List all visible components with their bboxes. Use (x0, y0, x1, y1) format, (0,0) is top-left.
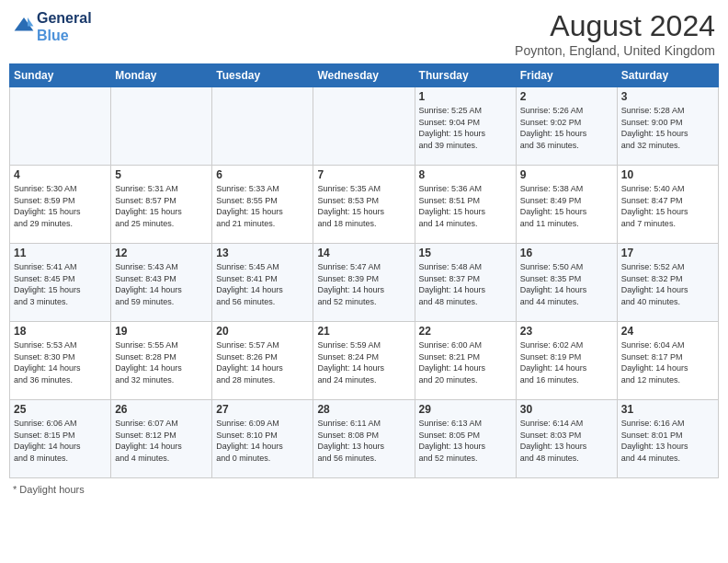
calendar-week-row: 4Sunrise: 5:30 AM Sunset: 8:59 PM Daylig… (10, 166, 719, 244)
calendar-cell: 28Sunrise: 6:11 AM Sunset: 8:08 PM Dayli… (313, 400, 415, 478)
day-number: 14 (317, 247, 410, 259)
calendar-cell: 15Sunrise: 5:48 AM Sunset: 8:37 PM Dayli… (415, 244, 516, 322)
day-info: Sunrise: 5:52 AM Sunset: 8:32 PM Dayligh… (621, 261, 714, 307)
calendar-cell (313, 87, 415, 166)
day-of-week-header: Wednesday (313, 64, 415, 87)
calendar-cell: 24Sunrise: 6:04 AM Sunset: 8:17 PM Dayli… (617, 322, 718, 400)
calendar-cell: 10Sunrise: 5:40 AM Sunset: 8:47 PM Dayli… (617, 166, 718, 244)
days-of-week-row: SundayMondayTuesdayWednesdayThursdayFrid… (10, 64, 719, 87)
day-number: 4 (14, 168, 107, 181)
day-info: Sunrise: 6:14 AM Sunset: 8:03 PM Dayligh… (520, 418, 613, 464)
calendar-cell: 6Sunrise: 5:33 AM Sunset: 8:55 PM Daylig… (212, 166, 313, 244)
calendar-cell: 7Sunrise: 5:35 AM Sunset: 8:53 PM Daylig… (313, 166, 415, 244)
day-number: 22 (419, 325, 512, 338)
day-info: Sunrise: 6:13 AM Sunset: 8:05 PM Dayligh… (419, 418, 512, 464)
day-info: Sunrise: 5:28 AM Sunset: 9:00 PM Dayligh… (621, 105, 714, 151)
day-info: Sunrise: 6:09 AM Sunset: 8:10 PM Dayligh… (216, 418, 309, 464)
calendar-week-row: 25Sunrise: 6:06 AM Sunset: 8:15 PM Dayli… (10, 400, 719, 478)
month-year: August 2024 (515, 9, 715, 43)
day-number: 20 (216, 325, 309, 338)
calendar-cell: 3Sunrise: 5:28 AM Sunset: 9:00 PM Daylig… (617, 87, 718, 166)
day-of-week-header: Sunday (10, 64, 111, 87)
day-info: Sunrise: 5:59 AM Sunset: 8:24 PM Dayligh… (317, 339, 410, 385)
day-info: Sunrise: 5:40 AM Sunset: 8:47 PM Dayligh… (621, 183, 714, 229)
day-info: Sunrise: 5:31 AM Sunset: 8:57 PM Dayligh… (115, 183, 208, 229)
day-number: 28 (317, 403, 410, 416)
logo: GeneralBlue (13, 9, 92, 44)
day-info: Sunrise: 5:55 AM Sunset: 8:28 PM Dayligh… (115, 339, 208, 385)
day-info: Sunrise: 5:38 AM Sunset: 8:49 PM Dayligh… (520, 183, 613, 229)
day-info: Sunrise: 6:06 AM Sunset: 8:15 PM Dayligh… (14, 418, 107, 464)
day-number: 8 (419, 168, 512, 181)
footer-text: Daylight hours (19, 484, 84, 495)
calendar-cell: 16Sunrise: 5:50 AM Sunset: 8:35 PM Dayli… (516, 244, 617, 322)
day-info: Sunrise: 5:26 AM Sunset: 9:02 PM Dayligh… (520, 105, 613, 151)
day-info: Sunrise: 5:25 AM Sunset: 9:04 PM Dayligh… (419, 105, 512, 151)
day-info: Sunrise: 5:33 AM Sunset: 8:55 PM Dayligh… (216, 183, 309, 229)
day-number: 17 (621, 247, 714, 259)
day-number: 1 (419, 90, 512, 103)
day-number: 15 (419, 247, 512, 259)
day-info: Sunrise: 5:36 AM Sunset: 8:51 PM Dayligh… (419, 183, 512, 229)
day-info: Sunrise: 6:16 AM Sunset: 8:01 PM Dayligh… (621, 418, 714, 464)
day-number: 23 (520, 325, 613, 338)
day-info: Sunrise: 5:50 AM Sunset: 8:35 PM Dayligh… (520, 261, 613, 307)
day-number: 12 (115, 247, 208, 259)
day-info: Sunrise: 5:48 AM Sunset: 8:37 PM Dayligh… (419, 261, 512, 307)
logo-icon (13, 16, 35, 34)
day-number: 2 (520, 90, 613, 103)
day-number: 24 (621, 325, 714, 338)
calendar-cell: 26Sunrise: 6:07 AM Sunset: 8:12 PM Dayli… (111, 400, 212, 478)
page-header: GeneralBlue August 2024 Poynton, England… (9, 9, 719, 58)
calendar-cell (10, 87, 111, 166)
calendar-cell: 27Sunrise: 6:09 AM Sunset: 8:10 PM Dayli… (212, 400, 313, 478)
day-info: Sunrise: 6:11 AM Sunset: 8:08 PM Dayligh… (317, 418, 410, 464)
day-number: 18 (14, 325, 107, 338)
location: Poynton, England, United Kingdom (515, 43, 715, 58)
day-number: 5 (115, 168, 208, 181)
day-info: Sunrise: 5:45 AM Sunset: 8:41 PM Dayligh… (216, 261, 309, 307)
day-number: 16 (520, 247, 613, 259)
title-block: August 2024 Poynton, England, United Kin… (515, 9, 715, 58)
calendar-cell: 22Sunrise: 6:00 AM Sunset: 8:21 PM Dayli… (415, 322, 516, 400)
calendar-cell: 18Sunrise: 5:53 AM Sunset: 8:30 PM Dayli… (10, 322, 111, 400)
day-number: 26 (115, 403, 208, 416)
day-of-week-header: Friday (516, 64, 617, 87)
logo-text: GeneralBlue (37, 9, 92, 44)
day-number: 31 (621, 403, 714, 416)
day-info: Sunrise: 6:04 AM Sunset: 8:17 PM Dayligh… (621, 339, 714, 385)
calendar-cell: 30Sunrise: 6:14 AM Sunset: 8:03 PM Dayli… (516, 400, 617, 478)
day-number: 13 (216, 247, 309, 259)
day-info: Sunrise: 6:07 AM Sunset: 8:12 PM Dayligh… (115, 418, 208, 464)
calendar-cell: 8Sunrise: 5:36 AM Sunset: 8:51 PM Daylig… (415, 166, 516, 244)
calendar-cell: 17Sunrise: 5:52 AM Sunset: 8:32 PM Dayli… (617, 244, 718, 322)
day-number: 11 (14, 247, 107, 259)
calendar-table: SundayMondayTuesdayWednesdayThursdayFrid… (9, 63, 719, 478)
day-number: 19 (115, 325, 208, 338)
day-info: Sunrise: 5:47 AM Sunset: 8:39 PM Dayligh… (317, 261, 410, 307)
svg-marker-1 (28, 17, 33, 27)
calendar-week-row: 11Sunrise: 5:41 AM Sunset: 8:45 PM Dayli… (10, 244, 719, 322)
calendar-cell: 21Sunrise: 5:59 AM Sunset: 8:24 PM Dayli… (313, 322, 415, 400)
calendar-cell: 4Sunrise: 5:30 AM Sunset: 8:59 PM Daylig… (10, 166, 111, 244)
calendar-body: 1Sunrise: 5:25 AM Sunset: 9:04 PM Daylig… (10, 87, 719, 478)
day-info: Sunrise: 5:57 AM Sunset: 8:26 PM Dayligh… (216, 339, 309, 385)
calendar-cell: 9Sunrise: 5:38 AM Sunset: 8:49 PM Daylig… (516, 166, 617, 244)
day-of-week-header: Saturday (617, 64, 718, 87)
day-info: Sunrise: 6:00 AM Sunset: 8:21 PM Dayligh… (419, 339, 512, 385)
day-of-week-header: Monday (111, 64, 212, 87)
day-info: Sunrise: 5:35 AM Sunset: 8:53 PM Dayligh… (317, 183, 410, 229)
day-info: Sunrise: 5:30 AM Sunset: 8:59 PM Dayligh… (14, 183, 107, 229)
footer-note: * Daylight hours (9, 484, 719, 495)
day-of-week-header: Thursday (415, 64, 516, 87)
day-number: 6 (216, 168, 309, 181)
calendar-week-row: 1Sunrise: 5:25 AM Sunset: 9:04 PM Daylig… (10, 87, 719, 166)
calendar-cell: 20Sunrise: 5:57 AM Sunset: 8:26 PM Dayli… (212, 322, 313, 400)
calendar-cell: 19Sunrise: 5:55 AM Sunset: 8:28 PM Dayli… (111, 322, 212, 400)
calendar-cell: 13Sunrise: 5:45 AM Sunset: 8:41 PM Dayli… (212, 244, 313, 322)
day-number: 25 (14, 403, 107, 416)
day-number: 10 (621, 168, 714, 181)
calendar-cell: 2Sunrise: 5:26 AM Sunset: 9:02 PM Daylig… (516, 87, 617, 166)
day-number: 30 (520, 403, 613, 416)
day-number: 27 (216, 403, 309, 416)
